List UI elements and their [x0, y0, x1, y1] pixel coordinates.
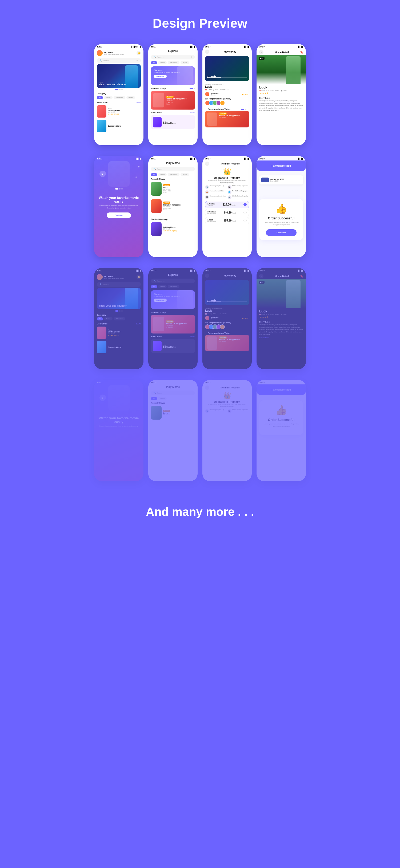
battery-icon-ed: ▮ [194, 270, 195, 272]
order-success-icon: 👍 [263, 203, 300, 214]
splash-sub-faded: Samper in cursus magna et ex varius nunc… [97, 425, 141, 427]
detail-back-button[interactable]: ← [259, 50, 264, 54]
title-jw-dark: Jurassic World [108, 346, 121, 348]
plan-1year[interactable]: 1 Year Up to 6 Device $85.99 /month [205, 217, 249, 224]
tab-action-ed[interactable]: Action [158, 285, 167, 288]
explore-tab-all[interactable]: All [151, 61, 157, 64]
playlist-luck[interactable]: Premium Luck 148 Minutes 10 Sep 2021 Act… [151, 181, 195, 197]
plan-1month[interactable]: 1 Month 1 Device $24.00 /month [205, 201, 249, 208]
plan-1y-period: /month [232, 220, 236, 222]
back-btn-mdd[interactable]: ← [259, 274, 264, 278]
search-dark[interactable]: 🔍 Search... [151, 279, 195, 283]
bo-movie-title: Drifting Home [163, 122, 176, 124]
box-office-title: Box Office [97, 101, 107, 104]
video-player-dark[interactable]: Luck [205, 280, 249, 305]
status-icons-pm: ▐▐▐ ▮ [189, 158, 195, 160]
status-bar-pf: 19:27 [148, 380, 197, 384]
bo-see-all-ed[interactable]: See All [190, 336, 195, 338]
explore-tab-action[interactable]: Action [158, 61, 167, 64]
movie-card-jurassic[interactable]: Jurassic World [94, 119, 144, 133]
tab-action-dark[interactable]: Action [104, 317, 113, 320]
director-info: Jon Watts Directors [211, 93, 218, 96]
tab-all-dark[interactable]: All [97, 317, 103, 320]
bookmark-dark[interactable]: 🔖 [300, 275, 303, 278]
status-bar-mpd: 19:27 ▐▐▐ ▮ [203, 268, 252, 273]
release-thumb [153, 93, 164, 107]
tab-all[interactable]: All [97, 96, 103, 99]
release-card[interactable]: Premium Fistful of Vengeance 148 Minutes… [151, 91, 195, 110]
recently-title: Recently Played [151, 178, 195, 180]
time-pm: 19:27 [151, 158, 156, 160]
video-progress-dark[interactable] [207, 301, 247, 302]
screen-play-faded: 19:27 Play Movie 🔍 Search All Action Rec… [148, 380, 197, 481]
audio-icon: 🔊 [228, 195, 232, 199]
subscribe-btn-dark[interactable]: Subscribe [154, 299, 167, 302]
watching-title: 10k People Watching Already [205, 98, 249, 100]
tab-adventure-dark[interactable]: Adventure [114, 317, 125, 320]
battery-icon-e: ▮ [194, 46, 195, 48]
status-bar-order: 19:27 ▐▐▐ ▮ [256, 156, 306, 160]
tab-adventure[interactable]: Adventure [114, 96, 125, 99]
release-card-dark[interactable]: Premium Fistful of Vengeance 148 Minutes… [151, 315, 195, 334]
pm-tab-adventure[interactable]: Adventure [168, 173, 179, 176]
back-button[interactable]: ← [205, 50, 209, 54]
luck-genre: Action [163, 192, 171, 193]
status-icons-detail: ▐▐▐ ▮ [298, 46, 303, 48]
pm-tab-mystery[interactable]: Myste [181, 173, 189, 176]
bo-see-all-dark[interactable]: See All [136, 323, 141, 325]
play-circle-icon[interactable]: ▶ [99, 170, 106, 177]
playlist-fistful[interactable]: Premium Fistful of Vengeance 148 Minutes… [151, 198, 195, 214]
playlist-drifting[interactable]: Drifting Home 148 Minutes ★★★★ 4.4 (52) [151, 221, 195, 237]
status-icons-home: ▐▐▐ WiFi ▮ [131, 46, 141, 48]
recom-label: Recomendation Today [208, 108, 230, 111]
continue-button[interactable]: Continue [107, 213, 131, 218]
notification-bell-icon[interactable]: 🔔 [136, 51, 141, 55]
tab-all-ed[interactable]: All [151, 285, 157, 288]
search-bar-explore[interactable]: 🔍 Search... ⊞ [151, 55, 195, 59]
movie-card-jw-dark[interactable]: Jurassic World [94, 340, 144, 354]
plan-1m-radio[interactable] [243, 203, 247, 206]
notification-bell-dark[interactable]: 🔔 [136, 275, 141, 279]
splash-title: Watch your favorite movie easily [97, 196, 141, 204]
recom-card-dark[interactable]: Premium Fistful of Vengeance 148 Minutes [205, 335, 249, 351]
audio-text: With the best audio quality [232, 195, 248, 197]
pm-card[interactable]: •••• •••• •••• 4589 Expires 12/24 [259, 176, 303, 184]
screen-splash: 19:27 ▐▐▐ ▮ ▶ Watch your favorite movie … [94, 156, 144, 257]
feat2-f: 🎬 Ad-free viewing experience [228, 409, 249, 413]
plan-3month[interactable]: 3 Months Up to 2 Device $40.29 /month [205, 209, 249, 216]
movie-card-dark[interactable]: Action Drifting Home 148 Minutes ★★★★ 4.… [94, 326, 144, 340]
premium-back-button[interactable]: ← [205, 161, 209, 166]
search-bar-pm[interactable]: 🔍 Search [151, 166, 195, 172]
plan-1y-radio[interactable] [243, 219, 247, 222]
explore-tab-adventure[interactable]: Adventure [168, 61, 179, 64]
filter-icon-e[interactable]: ⊞ [191, 56, 192, 58]
order-continue-button[interactable]: Continue [266, 229, 297, 236]
bo-card[interactable]: Action Drifting Home [151, 115, 195, 129]
back-btn-pd[interactable]: ← [205, 274, 209, 278]
bo-card-dark[interactable]: Action Drifting Home [151, 339, 195, 353]
search-bar-home[interactable]: 🔍 Search... ⊞ [97, 58, 141, 63]
explore-tab-mystery[interactable]: Myste [181, 61, 189, 64]
pm-tab-all[interactable]: All [151, 173, 157, 176]
subscribe-button[interactable]: Subscribe [154, 75, 167, 78]
movie-card-drifting[interactable]: Action Drifting Home 148 Minutes ★★★★ 4.… [94, 104, 144, 119]
see-all-link[interactable]: See All [136, 102, 141, 103]
video-progress-bar[interactable] [207, 77, 247, 78]
release-header-dark: Release Today [148, 310, 197, 314]
plan-3m-radio[interactable] [243, 211, 247, 214]
screen-home: 19:27 ▐▐▐ WiFi ▮ Hi, Andy only streaming… [94, 44, 144, 145]
splash-dot-2 [119, 188, 121, 190]
recom-label-dark: Recomendation Today [208, 332, 230, 334]
explore-cats: All Action Adventure Myste [148, 61, 197, 65]
recom-card[interactable]: Premium Fistful of Vengeance 148 Minutes [205, 111, 249, 127]
bo-see-all[interactable]: See All [190, 112, 195, 114]
video-player[interactable]: Luck [205, 56, 249, 81]
pm-tab-action[interactable]: Action [158, 173, 167, 176]
tab-action[interactable]: Action [104, 96, 113, 99]
drifting-rating: ★★★★ 4.4 (52) [163, 230, 177, 232]
search-bar-dark[interactable]: 🔍 Search... [97, 282, 141, 287]
filter-icon[interactable]: ⊞ [136, 59, 138, 62]
tab-adv-ed[interactable]: Adventure [168, 285, 179, 288]
tab-mystery[interactable]: Myste [126, 96, 135, 99]
bookmark-icon[interactable]: 🔖 [300, 51, 303, 54]
